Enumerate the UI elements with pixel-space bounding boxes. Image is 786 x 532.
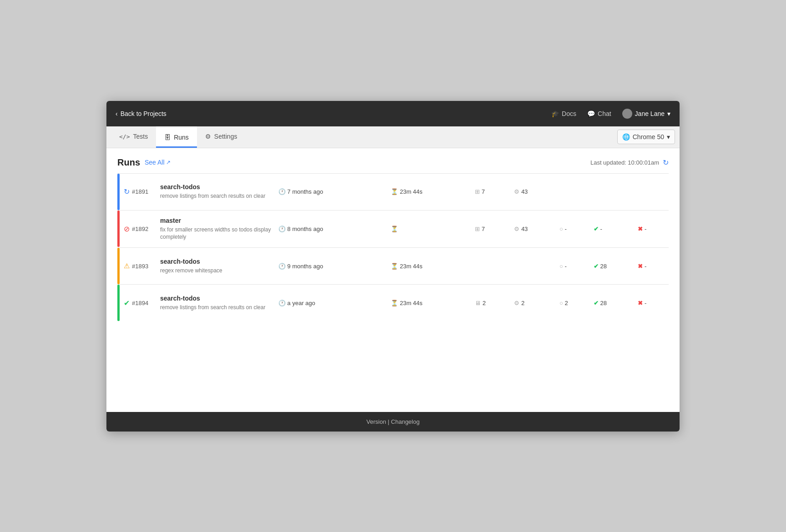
status-icon: ✔ #1894 (124, 299, 148, 307)
runs-header: Runs See All ↗ Last updated: 10:00:01am … (117, 157, 669, 168)
chevron-left-icon: ‹ (116, 110, 118, 117)
failed-icon: ✖ (638, 263, 643, 270)
passed-icon: ✔ (594, 263, 599, 270)
status-icon: ⊘ #1892 (124, 225, 148, 233)
duration-cell: ⏳ 23m 44s (387, 248, 471, 285)
specs-cell: ⚙ 2 (510, 285, 556, 321)
specs-icon: ⚙ (514, 188, 519, 195)
browser-selector[interactable]: 🌐 Chrome 50 ▾ (617, 130, 675, 144)
failed-cell: ✖ - (634, 248, 669, 285)
changelog-link[interactable]: Changelog (391, 418, 420, 425)
commit-message: remove listings from search results on c… (160, 304, 271, 311)
passed-cell: ✔ - (590, 210, 634, 248)
duration-cell: ⏳ 23m 44s (387, 285, 471, 321)
specs-icon: ⚙ (514, 226, 519, 232)
pending-cell: ○ 2 (556, 285, 590, 321)
see-all-link[interactable]: See All ↗ (145, 159, 171, 166)
status-icon: ⚠ #1893 (124, 262, 148, 270)
hourglass-icon: ⏳ (391, 300, 398, 306)
clock-icon: 🕐 (278, 300, 286, 306)
chat-link[interactable]: 💬 Chat (587, 110, 611, 117)
last-updated-label: Last updated: 10:00:01am (590, 159, 659, 166)
passed-icon: ✔ (594, 300, 599, 306)
content-area: Runs See All ↗ Last updated: 10:00:01am … (106, 148, 680, 412)
failed-cell (634, 173, 669, 210)
pending-cell: ○ - (556, 248, 590, 285)
browsers-cell (471, 248, 510, 285)
tab-tests[interactable]: </> Tests (111, 126, 156, 148)
branch-name: master (160, 217, 271, 224)
failed-icon: ✖ (638, 226, 643, 232)
clock-icon: 🕐 (278, 188, 286, 195)
tab-runs[interactable]: 🗄 Runs (156, 126, 197, 148)
status-cell: ⚠ #1893 (120, 248, 156, 285)
docs-label: Docs (562, 110, 576, 117)
last-updated: Last updated: 10:00:01am ↻ (590, 158, 669, 167)
user-dropdown-icon: ▾ (667, 110, 670, 117)
status-cell: ↻ #1891 (120, 173, 156, 210)
see-all-label: See All (145, 159, 165, 166)
table-row[interactable]: ⚠ #1893 search-todos regex remove whites… (117, 248, 669, 285)
user-name: Jane Lane (635, 110, 665, 117)
back-label: Back to Projects (121, 110, 166, 117)
commit-message: regex remove whitespace (160, 267, 271, 275)
run-id[interactable]: #1893 (132, 263, 148, 270)
settings-label: Settings (214, 133, 237, 140)
time-ago-cell: 🕐 a year ago (275, 285, 387, 321)
tab-settings[interactable]: ⚙ Settings (197, 126, 246, 148)
browser-count-icon: ⊞ (475, 188, 480, 195)
time-ago-cell: 🕐 7 months ago (275, 173, 387, 210)
tests-label: Tests (133, 133, 148, 140)
table-row[interactable]: ✔ #1894 search-todos remove listings fro… (117, 285, 669, 321)
app-window: ‹ Back to Projects 🎓 Docs 💬 Chat Jane La… (106, 101, 680, 432)
run-id[interactable]: #1892 (132, 226, 148, 232)
pending-cell: ○ - (556, 210, 590, 248)
run-id[interactable]: #1894 (132, 300, 148, 306)
status-cell: ⊘ #1892 (120, 210, 156, 248)
commit-message: remove listings from search results on c… (160, 192, 271, 200)
back-to-projects-link[interactable]: ‹ Back to Projects (116, 110, 166, 117)
docs-link[interactable]: 🎓 Docs (551, 110, 576, 117)
version-label: Version (367, 418, 386, 425)
docs-icon: 🎓 (551, 110, 559, 117)
commit-message: fix for smaller screens widths so todos … (160, 226, 271, 241)
run-id[interactable]: #1891 (132, 188, 148, 195)
settings-icon: ⚙ (205, 133, 211, 140)
tabbar: </> Tests 🗄 Runs ⚙ Settings 🌐 Chrome 50 … (106, 126, 680, 148)
pending-icon: ○ (559, 300, 563, 306)
specs-icon: ⚙ (514, 300, 519, 306)
time-ago-cell: 🕐 9 months ago (275, 248, 387, 285)
topbar-nav: 🎓 Docs 💬 Chat Jane Lane ▾ (551, 109, 670, 119)
browsers-cell: ⊞ 7 (471, 173, 510, 210)
failed-cell: ✖ - (634, 210, 669, 248)
table-row[interactable]: ↻ #1891 search-todos remove listings fro… (117, 173, 669, 210)
user-menu[interactable]: Jane Lane ▾ (622, 109, 670, 119)
branch-name: search-todos (160, 183, 271, 191)
specs-cell: ⚙ 43 (510, 173, 556, 210)
browsers-cell: 🖥 2 (471, 285, 510, 321)
branch-cell: search-todos remove listings from search… (156, 285, 275, 321)
pending-icon: ○ (559, 226, 563, 232)
runs-title: Runs (117, 157, 140, 168)
failed-cell: ✖ - (634, 285, 669, 321)
browser-icon: 🌐 (622, 133, 630, 141)
footer-separator: | (388, 418, 391, 425)
clock-icon: 🕐 (278, 226, 286, 232)
avatar (622, 109, 632, 119)
table-row[interactable]: ⊘ #1892 master fix for smaller screens w… (117, 210, 669, 248)
time-ago-cell: 🕐 8 months ago (275, 210, 387, 248)
chat-icon: 💬 (587, 110, 595, 117)
browser-label: Chrome 50 (633, 133, 664, 141)
browser-count-icon: 🖥 (475, 300, 481, 306)
runs-table: ↻ #1891 search-todos remove listings fro… (117, 173, 669, 321)
hourglass-icon: ⏳ (391, 263, 398, 270)
runs-icon: 🗄 (164, 134, 171, 141)
hourglass-icon: ⏳ (391, 226, 398, 232)
status-cell: ✔ #1894 (120, 285, 156, 321)
duration-cell: ⏳ (387, 210, 471, 248)
failed-icon: ✖ (638, 300, 643, 306)
duration-cell: ⏳ 23m 44s (387, 173, 471, 210)
passed-cell (590, 173, 634, 210)
refresh-icon[interactable]: ↻ (663, 158, 669, 167)
browser-dropdown-icon: ▾ (667, 133, 670, 141)
